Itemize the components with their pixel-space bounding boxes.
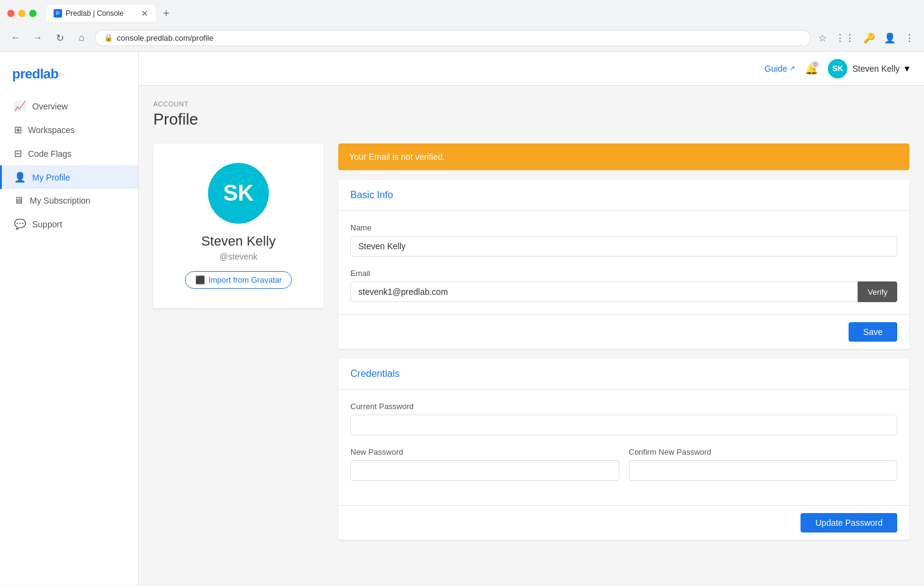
current-password-label: Current Password bbox=[350, 402, 897, 411]
logo-area: predlab²⁻ bbox=[0, 61, 138, 94]
guide-label: Guide bbox=[765, 64, 787, 74]
sidebar-item-my-subscription[interactable]: 🖥 My Subscription bbox=[0, 189, 138, 212]
support-icon: 💬 bbox=[14, 218, 26, 230]
logo: predlab bbox=[12, 66, 58, 81]
code-flags-icon: ⊟ bbox=[14, 148, 22, 159]
browser-titlebar: P Predlab | Console ✕ + bbox=[0, 0, 924, 27]
close-window-btn[interactable] bbox=[7, 10, 15, 17]
gravatar-icon: ⬛ bbox=[195, 275, 205, 284]
name-label: Name bbox=[350, 223, 897, 232]
sidebar-label-my-subscription: My Subscription bbox=[30, 196, 91, 205]
profile-right-panel: Your Email is not verified. Basic Info N… bbox=[338, 143, 909, 540]
cast-icon[interactable]: 🔑 bbox=[861, 30, 878, 46]
sidebar-item-my-profile[interactable]: 👤 My Profile bbox=[0, 165, 138, 189]
tab-title: Predlab | Console bbox=[66, 9, 123, 18]
minimize-window-btn[interactable] bbox=[18, 10, 26, 17]
user-menu-chevron: ▾ bbox=[905, 63, 909, 74]
new-password-input[interactable] bbox=[350, 460, 619, 481]
overview-icon: 📈 bbox=[14, 100, 26, 112]
profile-icon[interactable]: 👤 bbox=[881, 30, 898, 46]
browser-window-controls bbox=[7, 10, 36, 17]
breadcrumb: ACCOUNT bbox=[153, 100, 909, 108]
sidebar: predlab²⁻ 📈 Overview ⊞ Workspaces ⊟ Code… bbox=[0, 52, 139, 585]
save-button[interactable]: Save bbox=[849, 322, 897, 342]
my-subscription-icon: 🖥 bbox=[14, 195, 24, 206]
credentials-section: Credentials Current Password New Passwor… bbox=[338, 359, 909, 540]
sidebar-label-my-profile: My Profile bbox=[32, 173, 70, 182]
new-tab-icon[interactable]: + bbox=[163, 7, 170, 20]
lock-icon: 🔒 bbox=[104, 33, 113, 42]
page-content: ACCOUNT Profile SK Steven Kelly @stevenk… bbox=[139, 86, 924, 585]
my-profile-icon: 👤 bbox=[14, 171, 26, 183]
credentials-footer: Update Password bbox=[338, 505, 909, 540]
browser-toolbar-icons: ☆ ⋮⋮ 🔑 👤 ⋮ bbox=[816, 30, 917, 46]
new-password-label: New Password bbox=[350, 447, 619, 457]
email-input[interactable] bbox=[350, 281, 858, 302]
sidebar-label-overview: Overview bbox=[32, 102, 68, 111]
update-password-button[interactable]: Update Password bbox=[801, 513, 897, 533]
verify-email-button[interactable]: Verify bbox=[858, 281, 897, 302]
sidebar-item-support[interactable]: 💬 Support bbox=[0, 212, 138, 236]
guide-link[interactable]: Guide ↗ bbox=[765, 64, 795, 74]
sidebar-label-workspaces: Workspaces bbox=[28, 125, 75, 135]
current-password-input[interactable] bbox=[350, 415, 897, 435]
external-link-icon: ↗ bbox=[790, 64, 795, 72]
home-button[interactable]: ⌂ bbox=[73, 29, 90, 46]
user-avatar-small: SK bbox=[828, 59, 847, 78]
main-area: Guide ↗ 🔔 0 SK Steven Kelly ▾ ACCOUNT Pr… bbox=[139, 52, 924, 585]
forward-button[interactable]: → bbox=[29, 29, 46, 46]
sidebar-item-workspaces[interactable]: ⊞ Workspaces bbox=[0, 118, 138, 142]
basic-info-section: Basic Info Name Email Verify bbox=[338, 180, 909, 349]
logo-decoration: ²⁻ bbox=[58, 71, 65, 80]
bookmark-icon[interactable]: ☆ bbox=[816, 30, 829, 46]
basic-info-footer: Save bbox=[338, 314, 909, 349]
user-menu[interactable]: SK Steven Kelly ▾ bbox=[828, 59, 909, 78]
gravatar-btn-label: Import from Gravatar bbox=[209, 275, 282, 284]
tab-close-icon[interactable]: ✕ bbox=[141, 9, 148, 18]
user-name-header: Steven Kelly bbox=[852, 64, 900, 74]
sidebar-item-code-flags[interactable]: ⊟ Code Flags bbox=[0, 142, 138, 165]
email-warning-banner: Your Email is not verified. bbox=[338, 143, 909, 170]
confirm-password-label: Confirm New Password bbox=[629, 447, 898, 457]
maximize-window-btn[interactable] bbox=[29, 10, 36, 17]
app-container: predlab²⁻ 📈 Overview ⊞ Workspaces ⊟ Code… bbox=[0, 52, 924, 585]
name-group: Name bbox=[350, 223, 897, 257]
basic-info-body: Name Email Verify bbox=[338, 211, 909, 314]
workspaces-icon: ⊞ bbox=[14, 124, 22, 136]
new-password-group: New Password bbox=[350, 447, 619, 481]
sidebar-label-code-flags: Code Flags bbox=[28, 149, 72, 159]
confirm-password-group: Confirm New Password bbox=[629, 447, 898, 493]
password-two-col: New Password Confirm New Password bbox=[350, 447, 897, 493]
email-input-group: Verify bbox=[350, 281, 897, 302]
sidebar-item-overview[interactable]: 📈 Overview bbox=[0, 94, 138, 118]
credentials-body: Current Password New Password Confirm Ne… bbox=[338, 390, 909, 505]
profile-card: SK Steven Kelly @stevenk ⬛ Import from G… bbox=[153, 143, 324, 308]
address-bar[interactable]: 🔒 console.predlab.com/profile bbox=[95, 30, 811, 46]
refresh-button[interactable]: ↻ bbox=[51, 29, 68, 46]
sidebar-label-support: Support bbox=[32, 219, 62, 229]
email-warning-text: Your Email is not verified. bbox=[349, 152, 445, 162]
top-header: Guide ↗ 🔔 0 SK Steven Kelly ▾ bbox=[139, 52, 924, 86]
confirm-password-input[interactable] bbox=[629, 460, 898, 481]
extensions-icon[interactable]: ⋮⋮ bbox=[833, 30, 857, 46]
page-title: Profile bbox=[153, 110, 909, 129]
profile-name: Steven Kelly bbox=[201, 233, 276, 249]
notification-button[interactable]: 🔔 0 bbox=[805, 62, 818, 75]
profile-username: @stevenk bbox=[220, 252, 257, 261]
browser-chrome: P Predlab | Console ✕ + ← → ↻ ⌂ 🔒 consol… bbox=[0, 0, 924, 52]
more-options-icon[interactable]: ⋮ bbox=[902, 30, 917, 46]
name-input[interactable] bbox=[350, 236, 897, 257]
email-label: Email bbox=[350, 269, 897, 278]
notification-badge: 0 bbox=[811, 61, 819, 68]
browser-addressbar: ← → ↻ ⌂ 🔒 console.predlab.com/profile ☆ … bbox=[0, 27, 924, 51]
current-password-group: Current Password bbox=[350, 402, 897, 435]
avatar: SK bbox=[208, 163, 269, 224]
back-button[interactable]: ← bbox=[7, 29, 24, 46]
profile-layout: SK Steven Kelly @stevenk ⬛ Import from G… bbox=[153, 143, 909, 540]
basic-info-header: Basic Info bbox=[338, 180, 909, 211]
browser-tab[interactable]: P Predlab | Console ✕ bbox=[46, 5, 156, 22]
email-group: Email Verify bbox=[350, 269, 897, 302]
tab-favicon: P bbox=[54, 9, 62, 18]
import-gravatar-button[interactable]: ⬛ Import from Gravatar bbox=[185, 271, 293, 289]
url-text: console.predlab.com/profile bbox=[117, 33, 214, 43]
